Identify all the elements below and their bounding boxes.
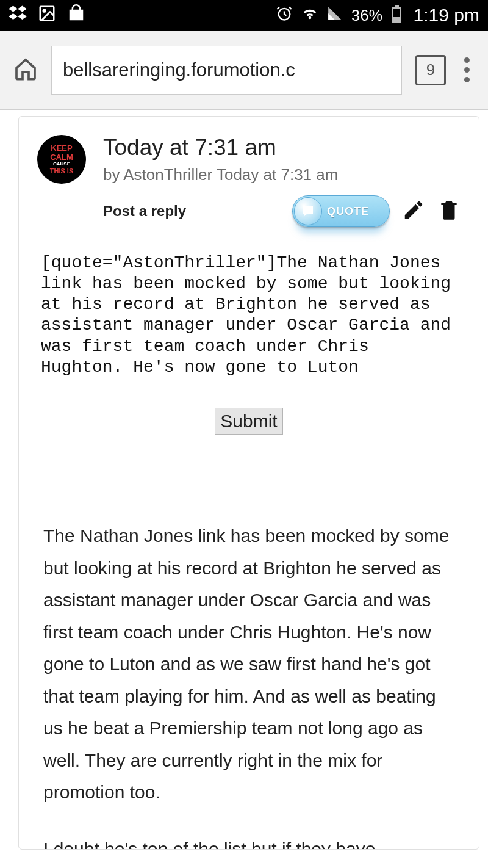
battery-icon	[392, 7, 401, 23]
tabs-button[interactable]: 9	[415, 55, 446, 85]
post-byline: by AstonThriller Today at 7:31 am	[103, 165, 461, 184]
quote-label: QUOTE	[327, 205, 369, 218]
page-content: KEEP CALM CAUSE THIS IS Today at 7:31 am…	[0, 110, 488, 850]
avatar[interactable]: KEEP CALM CAUSE THIS IS	[37, 135, 86, 184]
post-paragraph: I doubt he's top of the list but if they…	[19, 833, 479, 849]
home-icon[interactable]	[13, 57, 38, 84]
tabs-count: 9	[426, 60, 435, 79]
wifi-icon	[301, 5, 318, 26]
signal-icon	[327, 5, 343, 26]
svg-point-1	[43, 9, 46, 12]
trash-icon[interactable]	[437, 198, 461, 224]
shopping-bag-icon	[67, 4, 85, 27]
image-icon	[38, 4, 56, 27]
chrome-toolbar: bellsareringing.forumotion.c 9	[0, 31, 488, 110]
submit-button[interactable]: Submit	[215, 408, 282, 435]
quote-button[interactable]: QUOTE	[292, 195, 390, 227]
overflow-menu-icon[interactable]	[459, 57, 475, 82]
alarm-icon	[276, 5, 293, 26]
battery-percent: 36%	[351, 7, 383, 24]
forum-post: KEEP CALM CAUSE THIS IS Today at 7:31 am…	[18, 116, 479, 850]
post-reply-heading: Post a reply	[103, 203, 186, 220]
android-status-bar: 36% 1:19 pm	[0, 0, 488, 31]
post-title[interactable]: Today at 7:31 am	[103, 135, 461, 161]
post-body: The Nathan Jones link has been mocked by…	[19, 435, 479, 809]
reply-textarea[interactable]	[41, 253, 457, 381]
dropbox-icon	[9, 4, 27, 27]
speech-bubble-icon	[294, 197, 322, 225]
url-bar[interactable]: bellsareringing.forumotion.c	[51, 46, 402, 95]
url-text: bellsareringing.forumotion.c	[63, 59, 295, 81]
post-paragraph: The Nathan Jones link has been mocked by…	[43, 520, 454, 809]
pencil-icon[interactable]	[402, 198, 425, 224]
clock-time: 1:19 pm	[414, 5, 479, 26]
